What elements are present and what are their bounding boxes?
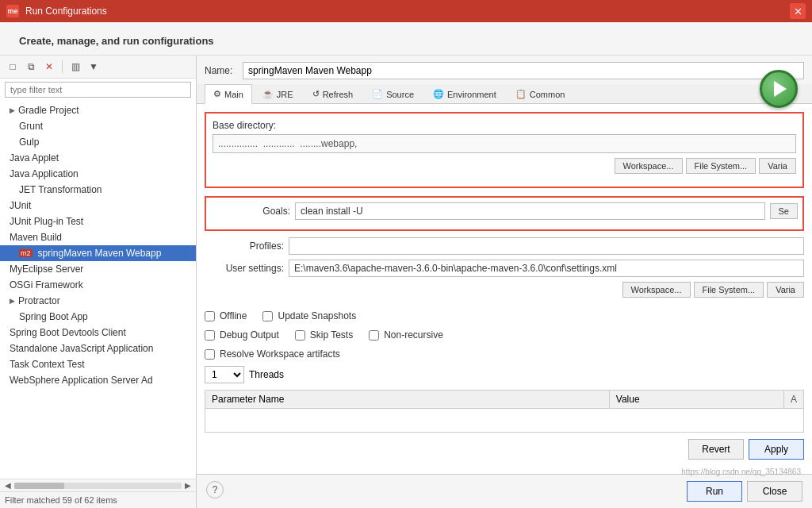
environment-tab-icon: 🌐 — [433, 89, 444, 99]
goals-row: Goals: Se — [211, 202, 798, 220]
param-add-header[interactable]: A — [783, 391, 803, 409]
help-button[interactable]: ? — [206, 481, 224, 498]
update-snapshots-checkbox[interactable] — [262, 311, 273, 321]
non-recursive-checkbox[interactable] — [369, 330, 379, 341]
debug-output-checkbox[interactable] — [205, 330, 215, 341]
tree-item-junit-plugin[interactable]: JUnit Plug-in Test — [0, 214, 196, 229]
left-toolbar: □ ⧉ ✕ ▥ ▼ — [0, 56, 196, 79]
profiles-row: Profiles: — [205, 237, 804, 255]
revert-button[interactable]: Revert — [688, 439, 744, 460]
offline-checkbox-row: Offline — [205, 310, 247, 321]
run-button[interactable]: Run — [687, 481, 742, 502]
tab-refresh[interactable]: ↺ Refresh — [304, 84, 362, 103]
apply-button[interactable]: Apply — [749, 439, 804, 460]
parameters-table: Parameter Name Value A — [205, 390, 804, 433]
run-play-button[interactable] — [760, 70, 798, 108]
update-snapshots-label: Update Snapshots — [278, 310, 356, 321]
tab-source[interactable]: 📄 Source — [363, 84, 423, 103]
left-footer: Filter matched 59 of 62 items — [0, 491, 196, 508]
refresh-tab-icon: ↺ — [312, 89, 320, 99]
expand-icon: ▶ — [10, 106, 15, 114]
m2-icon: m2 — [19, 249, 33, 257]
copy-config-button[interactable]: ⧉ — [23, 59, 39, 75]
search-input[interactable] — [5, 82, 191, 98]
resolve-workspace-checkbox[interactable] — [205, 349, 215, 360]
workspace-button-2[interactable]: Workspace... — [622, 282, 691, 298]
tree-item-label: Java Applet — [10, 152, 59, 164]
name-input[interactable] — [243, 62, 804, 79]
params-empty-cell — [205, 409, 804, 433]
workspace-button-1[interactable]: Workspace... — [615, 158, 683, 174]
offline-label: Offline — [220, 310, 247, 321]
page-subtitle: Create, manage, and run configurations — [10, 29, 802, 52]
scroll-thumb — [14, 483, 64, 489]
tab-common[interactable]: 📋 Common — [507, 84, 574, 103]
filesystem-button-1[interactable]: File System... — [686, 158, 756, 174]
tree-item-java-app[interactable]: Java Application — [0, 166, 196, 182]
profiles-input[interactable] — [289, 237, 804, 255]
tree-item-standalone-js[interactable]: Standalone JavaScript Application — [0, 341, 196, 356]
close-window-button[interactable]: ✕ — [790, 3, 806, 19]
delete-config-button[interactable]: ✕ — [41, 59, 57, 75]
tree-item-label: JUnit Plug-in Test — [10, 216, 83, 227]
tree-item-spring-devtools[interactable]: Spring Boot Devtools Client — [0, 325, 196, 341]
base-directory-input[interactable] — [213, 134, 796, 153]
tab-label: Refresh — [323, 90, 354, 99]
checkbox-group-1: Offline Update Snapshots — [205, 310, 804, 325]
scroll-right-icon[interactable]: ▶ — [185, 481, 191, 490]
tree-item-java-applet[interactable]: Java Applet — [0, 150, 196, 166]
filesystem-button-2[interactable]: File System... — [694, 282, 764, 298]
tree-item-label: Task Context Test — [10, 359, 85, 370]
threads-select[interactable]: 1 2 4 — [205, 366, 244, 383]
offline-checkbox[interactable] — [205, 311, 215, 321]
tree-item-osgi[interactable]: OSGi Framework — [0, 277, 196, 293]
tree-item-label: Gulp — [19, 137, 39, 148]
tree-item-websphere[interactable]: WebSphere Application Server Ad — [0, 372, 196, 388]
tree-item-spring-boot[interactable]: Spring Boot App — [0, 309, 196, 325]
tree-item-grunt[interactable]: Grunt — [0, 118, 196, 134]
main-tab-icon: ⚙ — [213, 89, 221, 99]
variables-button-2[interactable]: Varia — [767, 282, 804, 298]
tree-item-spring-maven[interactable]: m2 springMaven Maven Webapp — [0, 245, 196, 261]
user-settings-input[interactable] — [289, 260, 804, 277]
tree-item-junit[interactable]: JUnit — [0, 198, 196, 214]
tab-label: Environment — [447, 90, 496, 99]
tab-environment[interactable]: 🌐 Environment — [424, 84, 505, 103]
tree-item-myeclipse[interactable]: MyEclipse Server — [0, 261, 196, 277]
variables-button-1[interactable]: Varia — [759, 158, 796, 174]
tree-item-label: Maven Build — [10, 232, 62, 243]
non-recursive-checkbox-row: Non-recursive — [369, 329, 443, 341]
goals-label: Goals: — [211, 206, 290, 217]
left-panel: □ ⧉ ✕ ▥ ▼ ▶ Gradle Project Grunt — [0, 56, 197, 508]
param-value-header: Value — [609, 391, 783, 409]
left-scroll-bar: ◀ ▶ — [0, 479, 196, 491]
goals-input[interactable] — [295, 202, 765, 220]
tree-item-label: springMaven Maven Webapp — [38, 248, 162, 259]
base-directory-label: Base directory: — [213, 120, 796, 131]
filter-button[interactable]: ▼ — [86, 59, 102, 75]
tree-list: ▶ Gradle Project Grunt Gulp Java Applet … — [0, 101, 196, 479]
new-config-button[interactable]: □ — [5, 59, 21, 75]
name-label: Name: — [205, 65, 236, 76]
scroll-left-icon[interactable]: ◀ — [5, 481, 11, 490]
select-button[interactable]: Se — [770, 203, 798, 219]
collapse-all-button[interactable]: ▥ — [67, 59, 83, 75]
threads-label: Threads — [249, 369, 284, 380]
app-icon: me — [6, 5, 19, 17]
skip-tests-checkbox[interactable] — [295, 330, 305, 341]
tree-item-gulp[interactable]: Gulp — [0, 134, 196, 150]
tree-item-protractor[interactable]: ▶ Protractor — [0, 293, 196, 309]
tree-item-label: WebSphere Application Server Ad — [10, 375, 153, 386]
right-panel: Name: ⚙ Main ☕ JRE ↺ Refresh 📄 — [197, 56, 812, 508]
debug-output-checkbox-row: Debug Output — [205, 329, 279, 341]
scroll-track[interactable] — [14, 483, 182, 489]
tree-item-maven-build[interactable]: Maven Build — [0, 229, 196, 245]
tree-item-task-context[interactable]: Task Context Test — [0, 356, 196, 372]
run-button-container — [760, 70, 798, 108]
close-button[interactable]: Close — [747, 481, 802, 502]
checkbox-group-2: Debug Output Skip Tests Non-recursive — [205, 329, 804, 344]
tab-main[interactable]: ⚙ Main — [205, 84, 252, 104]
tab-jre[interactable]: ☕ JRE — [254, 84, 302, 103]
tree-item-gradle-project[interactable]: ▶ Gradle Project — [0, 102, 196, 118]
tree-item-jet[interactable]: JET Transformation — [0, 182, 196, 198]
